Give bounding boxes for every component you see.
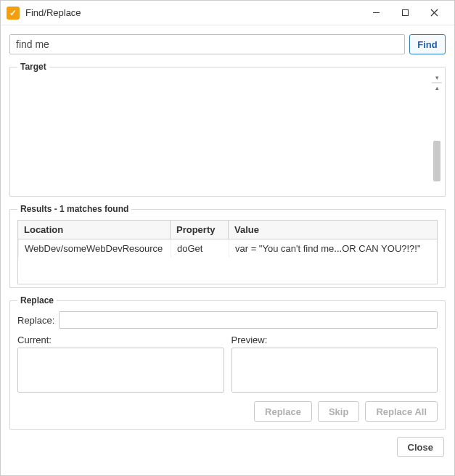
find-button[interactable]: Find (409, 34, 446, 54)
results-body: WebDev/someWebDevResource doGet var = "Y… (17, 239, 438, 284)
results-table: Location Property Value (17, 220, 438, 239)
skip-button[interactable]: Skip (318, 401, 359, 422)
preview-panes: Current: Preview: (17, 335, 438, 393)
maximize-button[interactable] (390, 3, 419, 23)
minimize-button[interactable] (361, 3, 390, 23)
table-row[interactable]: WebDev/someWebDevResource doGet var = "Y… (19, 239, 438, 258)
close-button[interactable]: Close (397, 437, 444, 457)
content-area: Find Target + Scripting + Tags Default ▼ (1, 25, 454, 475)
col-value[interactable]: Value (229, 221, 438, 239)
scrollbar-thumb[interactable] (433, 141, 440, 181)
replace-input-row: Replace: (17, 311, 438, 329)
preview-label: Preview: (231, 335, 438, 345)
find-replace-window: ✓ Find/Replace Find Target + (0, 0, 455, 476)
cell-value: var = "You can't find me...OR CAN YOU?!?… (229, 239, 438, 258)
cell-location: WebDev/someWebDevResource (19, 239, 171, 258)
replace-buttons: Replace Skip Replace All (17, 401, 438, 422)
replace-label: Replace: (17, 315, 54, 326)
svg-rect-1 (402, 10, 408, 16)
maximize-icon (401, 9, 409, 17)
replace-input[interactable] (59, 311, 438, 329)
target-legend: Target (17, 62, 49, 72)
current-pane-col: Current: (17, 335, 224, 393)
current-label: Current: (17, 335, 224, 345)
replace-button[interactable]: Replace (254, 401, 312, 422)
close-window-button[interactable] (419, 3, 448, 23)
window-title: Find/Replace (25, 7, 361, 18)
results-legend: Results - 1 matches found (17, 204, 131, 214)
scroll-up-icon[interactable]: ▴ (433, 83, 441, 93)
target-scrollbar[interactable]: ▴ ▾ (432, 82, 442, 83)
replace-group: Replace Replace: Current: Preview: Repla… (9, 295, 446, 430)
app-icon: ✓ (7, 7, 20, 20)
replace-all-button[interactable]: Replace All (365, 401, 438, 422)
col-location[interactable]: Location (18, 221, 171, 239)
target-group: Target + Scripting + Tags Default ▼ (9, 62, 446, 197)
footer: Close (9, 437, 446, 459)
results-group: Results - 1 matches found Location Prope… (9, 204, 446, 288)
table-header-row: Location Property Value (18, 221, 438, 239)
preview-pane-col: Preview: (231, 335, 438, 393)
current-pane (17, 348, 224, 393)
preview-pane (231, 348, 438, 393)
close-icon (430, 9, 438, 17)
titlebar: ✓ Find/Replace (1, 1, 454, 25)
minimize-icon (372, 9, 380, 17)
window-controls (361, 3, 448, 23)
col-property[interactable]: Property (171, 221, 229, 239)
search-input[interactable] (9, 34, 405, 54)
search-row: Find (9, 34, 446, 54)
scroll-down-icon[interactable]: ▾ (433, 73, 441, 83)
replace-legend: Replace (17, 295, 57, 305)
cell-property: doGet (171, 239, 229, 258)
